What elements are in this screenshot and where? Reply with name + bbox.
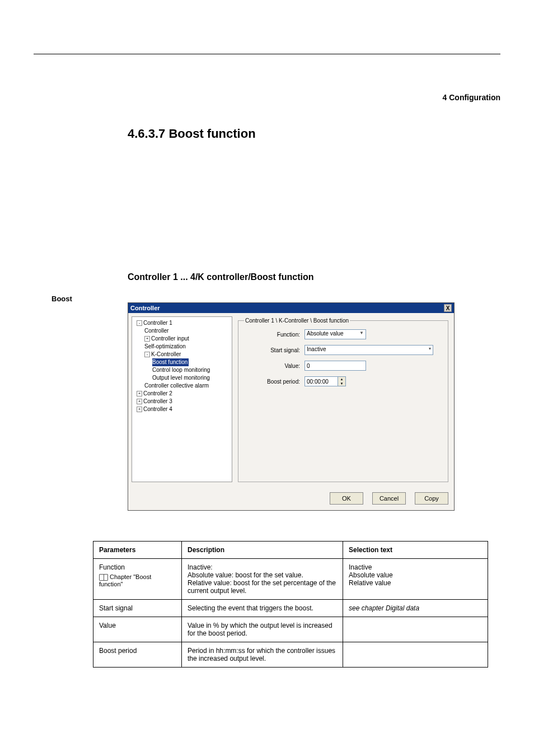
header-right: 4 Configuration	[443, 93, 500, 102]
tree-view[interactable]: -Controller 1 Controller +Controller inp…	[132, 316, 232, 482]
sel-line: Relative value	[349, 579, 482, 587]
param-name: Value	[93, 617, 182, 642]
desc-line: Inactive:	[188, 563, 337, 571]
param-name: Function	[99, 563, 176, 571]
chevron-down-icon: ▼	[359, 330, 364, 335]
sel-line: Absolute value	[349, 571, 482, 579]
parameters-table: Parameters Description Selection text Fu…	[93, 541, 488, 668]
expand-icon[interactable]: +	[137, 407, 142, 412]
table-row: Start signal Selecting the event that tr…	[93, 600, 488, 617]
dialog-button-bar: OK Cancel Copy	[128, 487, 454, 510]
tree-node-boost-function[interactable]: Boost function	[134, 358, 229, 366]
section-heading: Controller 1 ... 4/K controller/Boost fu…	[128, 272, 313, 282]
chapter-heading: 4.6.3.7 Boost function	[128, 127, 256, 141]
desc-cell: Value in % by which the output level is …	[182, 617, 343, 642]
param-name: Start signal	[93, 600, 182, 617]
function-label: Function:	[244, 332, 305, 338]
dialog-titlebar: Controller X	[128, 303, 454, 313]
tree-node-collective-alarm[interactable]: Controller collective alarm	[134, 382, 229, 390]
close-icon[interactable]: X	[444, 304, 452, 312]
table-header-row: Parameters Description Selection text	[93, 542, 488, 559]
table-row: Boost period Period in hh:mm:ss for whic…	[93, 642, 488, 668]
tree-node-controller-input[interactable]: +Controller input	[134, 335, 229, 343]
start-signal-combo[interactable]: Inactive▾	[305, 345, 433, 355]
tree-node-output-level-mon[interactable]: Output level monitoring	[134, 374, 229, 382]
desc-cell: Period in hh:mm:ss for which the control…	[182, 642, 343, 668]
group-legend: Controller 1 \ K-Controller \ Boost func…	[244, 318, 350, 324]
collapse-icon[interactable]: -	[137, 320, 142, 326]
collapse-icon[interactable]: -	[144, 352, 150, 357]
controller-dialog: Controller X -Controller 1 Controller +C…	[128, 302, 455, 511]
boost-period-spinner[interactable]: ▲▼	[305, 376, 346, 386]
param-name: Boost period	[93, 642, 182, 668]
boost-period-input[interactable]	[305, 376, 338, 386]
cancel-button[interactable]: Cancel	[372, 492, 406, 505]
start-signal-label: Start signal:	[244, 347, 305, 353]
param-note: Chapter "Boost function"	[99, 573, 176, 587]
sel-line: Inactive	[349, 563, 482, 571]
spin-up-icon[interactable]: ▲	[338, 377, 345, 381]
value-input[interactable]	[305, 361, 366, 371]
chevron-down-icon: ▾	[429, 346, 431, 351]
tree-node-self-optimization[interactable]: Self-optimization	[134, 343, 229, 351]
sel-cell	[343, 617, 488, 642]
tree-node-controller-1[interactable]: -Controller 1	[134, 319, 229, 327]
header-rule	[34, 54, 500, 54]
copy-button[interactable]: Copy	[415, 492, 448, 505]
tree-node-controller-2[interactable]: +Controller 2	[134, 390, 229, 398]
ok-button[interactable]: OK	[330, 492, 363, 505]
boost-period-label: Boost period:	[244, 379, 305, 385]
th-parameters: Parameters	[93, 542, 182, 559]
dialog-title: Controller	[130, 305, 160, 311]
sel-cell	[343, 642, 488, 668]
expand-icon[interactable]: +	[137, 399, 142, 404]
tree-node-control-loop-mon[interactable]: Control loop monitoring	[134, 366, 229, 374]
table-row: Value Value in % by which the output lev…	[93, 617, 488, 642]
table-row: Function Chapter "Boost function" Inacti…	[93, 559, 488, 600]
function-combo[interactable]: Absolute value▼	[305, 329, 366, 339]
section-side-label: Boost	[51, 295, 72, 303]
th-description: Description	[182, 542, 343, 559]
tree-node-controller[interactable]: Controller	[134, 327, 229, 335]
tree-node-controller-4[interactable]: +Controller 4	[134, 405, 229, 413]
sel-cell: see chapter Digital data	[343, 600, 488, 617]
th-selection-text: Selection text	[343, 542, 488, 559]
book-icon	[99, 574, 108, 581]
desc-cell: Selecting the event that triggers the bo…	[182, 600, 343, 617]
desc-line: Absolute value: boost for the set value.	[188, 571, 337, 579]
spin-down-icon[interactable]: ▼	[338, 381, 345, 386]
value-label: Value:	[244, 363, 305, 369]
boost-function-group: Controller 1 \ K-Controller \ Boost func…	[238, 318, 448, 482]
expand-icon[interactable]: +	[144, 336, 150, 342]
desc-line: Relative value: boost for the set percen…	[188, 579, 337, 595]
expand-icon[interactable]: +	[137, 391, 142, 396]
tree-node-controller-3[interactable]: +Controller 3	[134, 398, 229, 405]
tree-node-k-controller[interactable]: -K-Controller	[134, 351, 229, 358]
